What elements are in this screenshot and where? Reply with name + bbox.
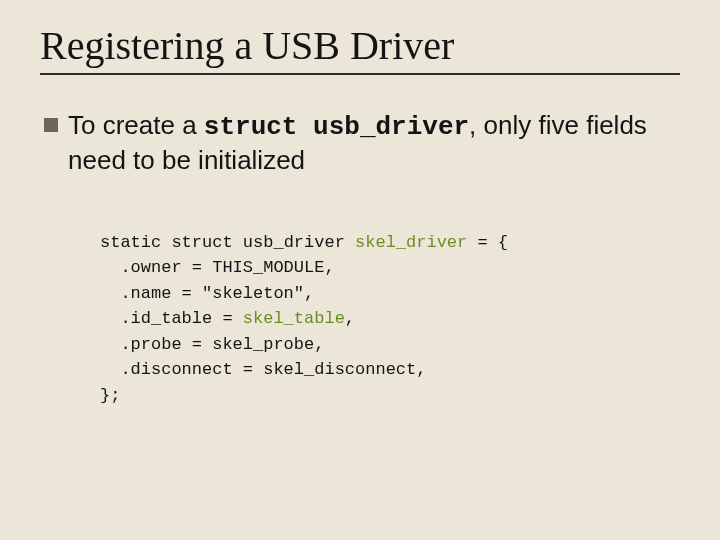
code-l5: .probe = skel_probe, [120, 335, 324, 354]
code-line-6: .disconnect = skel_disconnect, [100, 360, 426, 379]
square-bullet-icon [44, 118, 58, 132]
code-block: static struct usb_driver skel_driver = {… [100, 204, 680, 434]
code-l7: }; [100, 386, 120, 405]
code-line-1: static struct usb_driver skel_driver = { [100, 233, 508, 252]
bullet-text: To create a struct usb_driver, only five… [68, 109, 680, 176]
code-line-7: }; [100, 386, 120, 405]
slide-title: Registering a USB Driver [40, 22, 680, 69]
code-l4c: , [345, 309, 355, 328]
code-l4a: .id_table = [120, 309, 242, 328]
code-l2: .owner = THIS_MODULE, [120, 258, 334, 277]
code-l3: .name = "skeleton", [120, 284, 314, 303]
slide-body: To create a struct usb_driver, only five… [0, 81, 720, 434]
bullet-item: To create a struct usb_driver, only five… [44, 109, 680, 176]
code-l1a: static struct usb_driver [100, 233, 355, 252]
title-rule [40, 73, 680, 75]
code-l4b: skel_table [243, 309, 345, 328]
slide: Registering a USB Driver To create a str… [0, 0, 720, 540]
code-l1c: = { [467, 233, 508, 252]
code-l6: .disconnect = skel_disconnect, [120, 360, 426, 379]
code-line-2: .owner = THIS_MODULE, [100, 258, 335, 277]
bullet-code: struct usb_driver [204, 112, 469, 142]
code-l1b: skel_driver [355, 233, 467, 252]
code-line-4: .id_table = skel_table, [100, 309, 355, 328]
title-area: Registering a USB Driver [0, 0, 720, 81]
code-line-5: .probe = skel_probe, [100, 335, 324, 354]
bullet-pre: To create a [68, 110, 204, 140]
code-line-3: .name = "skeleton", [100, 284, 314, 303]
